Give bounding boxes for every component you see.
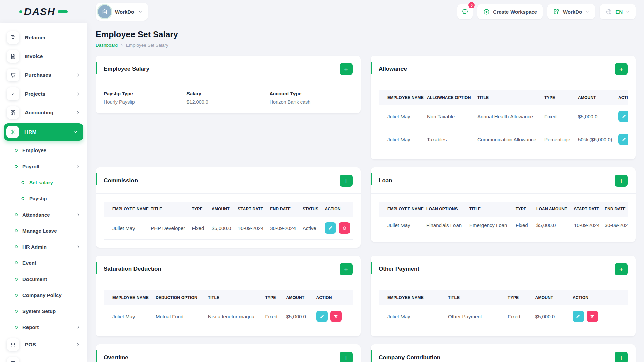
sidebar-item-retainer[interactable]: Retainer [0,28,87,47]
add-loan-button[interactable]: + [615,175,628,187]
column-header: Amount [531,290,568,305]
sidebar-subitem-company-policy[interactable]: Company Policy [0,287,87,303]
sidebar-item-accounting[interactable]: Accounting [0,103,87,122]
cell: Nisi a tenetur magna [203,305,261,328]
edit-button[interactable] [573,311,584,322]
cell: Emergency Loan [465,217,511,234]
delete-button[interactable] [339,222,350,234]
chevron-right-icon [76,110,80,115]
column-header: Title [203,290,261,305]
cell: Fixed [260,305,281,328]
sidebar-item-label: Accounting [25,110,53,116]
add-company-contribution-button[interactable]: + [615,352,628,362]
breadcrumb-dashboard-link[interactable]: Dashboard [96,43,118,48]
create-workspace-button[interactable]: Create Workspace [477,4,543,19]
retainer-save-icon [7,31,19,44]
topbar: DASH WorkDo 0 Create Workspace WorkDo EN [0,0,644,23]
commission-card: Commission + Employee Name Title Type Am… [96,167,361,248]
add-other-payment-button[interactable]: + [615,263,628,275]
logo-text: DASH [24,6,55,17]
sidebar-subitem-label: Report [22,324,39,330]
sidebar-subitem-label: Event [22,260,36,266]
add-commission-button[interactable]: + [340,175,353,187]
sidebar-subitem-document[interactable]: Document [0,271,87,287]
edit-button[interactable] [325,222,336,234]
cell: Juliet May [379,305,443,328]
sidebar-item-crm[interactable]: CRM [0,354,87,362]
cell: Taxables [422,128,473,151]
sidebar-subitem-payroll[interactable]: Payroll [0,158,87,174]
table-row: Juliet May Financials Loan Emergency Loa… [379,217,628,234]
workspace-avatar [98,5,111,18]
sidebar-subitem-manage-leave[interactable]: Manage Leave [0,223,87,239]
column-header: Allownace Option [422,90,473,105]
bullet-icon [14,245,18,249]
sidebar-subitem-employee[interactable]: Employee [0,142,87,158]
delete-button[interactable] [587,311,598,322]
language-selector[interactable]: EN [600,4,636,19]
sidebar-item-label: CRM [25,360,37,362]
table-row: Juliet May PHP Developer Fixed $5,000.0 … [104,217,353,240]
cell: $5,000.0 [207,217,233,240]
sidebar-item-hrm[interactable]: HRM [4,123,83,141]
add-saturation-deduction-button[interactable]: + [340,263,353,275]
edit-button[interactable] [618,134,628,145]
delete-button[interactable] [330,311,342,322]
workspace-selector[interactable]: WorkDo [96,3,148,21]
sidebar-item-label: HRM [24,129,36,135]
cell: 30-09-2024 [600,217,628,234]
other-payment-table: Employee Name Title Type Amount Action J… [379,290,628,328]
bullet-icon [14,325,18,329]
card-title: Other Payment [379,266,419,273]
column-header: Employee Name [379,290,443,305]
cell: Financials Loan [422,217,465,234]
sidebar-subitem-hr-admin[interactable]: HR Admin [0,239,87,255]
sidebar-subitem-set-salary[interactable]: Set salary [0,174,87,190]
logo[interactable]: DASH [0,6,87,17]
column-header: Title [443,290,503,305]
add-allowance-button[interactable]: + [615,63,628,75]
sidebar-subitem-event[interactable]: Event [0,255,87,271]
crm-frame-icon [7,357,19,362]
chevron-right-icon [76,245,80,249]
bullet-icon [14,164,18,169]
pencil-icon [328,226,333,231]
add-employee-salary-button[interactable]: + [340,63,353,75]
employee-salary-card: Employee Salary + Payslip Type Hourly Pa… [96,56,361,113]
page-title: Employee Set Salary [96,29,636,39]
sidebar-subitem-label: Payroll [22,164,39,169]
field-label: Salary [186,91,269,96]
edit-button[interactable] [316,311,328,322]
edit-button[interactable] [618,111,628,122]
card-title: Allowance [379,66,407,72]
bullet-icon [14,293,18,297]
status-text: Active [298,217,320,240]
sidebar-subitem-payslip[interactable]: Payslip [0,190,87,206]
app-menu-button[interactable]: WorkDo [547,4,595,19]
sidebar-item-label: Retainer [25,35,46,41]
column-header: Start Date [233,202,265,217]
cell: Fixed [511,217,532,234]
sidebar-item-purchases[interactable]: Purchases [0,66,87,84]
sidebar-subitem-report[interactable]: Report [0,319,87,335]
sidebar-item-invoice[interactable]: Invoice [0,47,87,66]
cell: Non Taxable [422,105,473,128]
breadcrumb: Dashboard › Employee Set Salary [96,42,636,48]
sidebar-subitem-attendance[interactable]: Attendance [0,206,87,223]
messenger-button[interactable]: 0 [457,4,473,19]
column-header: Type [260,290,281,305]
commission-table: Employee Name Title Type Amount Start Da… [104,202,353,240]
sidebar-item-label: Invoice [25,53,43,59]
add-overtime-button[interactable]: + [340,352,353,362]
chevron-down-icon [73,130,78,134]
sidebar-subitem-system-setup[interactable]: System Setup [0,303,87,319]
sidebar-item-pos[interactable]: POS [0,335,87,354]
cart-icon [7,69,19,81]
bullet-icon [14,261,18,265]
chevron-down-icon [585,10,589,14]
sidebar-item-projects[interactable]: Projects [0,84,87,103]
invoice-file-icon [7,50,19,63]
main-content: Employee Set Salary Dashboard › Employee… [96,23,644,362]
field-label: Account Type [270,91,353,96]
field-value: Horizon Bank cash [270,99,353,105]
